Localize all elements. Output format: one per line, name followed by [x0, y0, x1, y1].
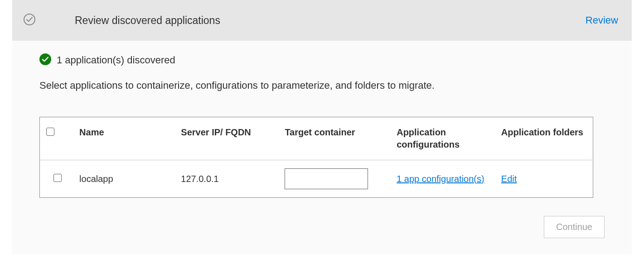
review-panel: Review discovered applications Review 1 …: [12, 0, 632, 254]
status-row: 1 application(s) discovered: [39, 53, 605, 67]
header-name: Name: [75, 117, 176, 160]
row-config-cell: 1 app configuration(s): [392, 160, 497, 198]
header-folders: Application folders: [497, 117, 593, 160]
description-text: Select applications to containerize, con…: [39, 80, 605, 91]
panel-title: Review discovered applications: [75, 14, 586, 27]
row-checkbox-cell: [40, 160, 75, 198]
button-row: Continue: [39, 216, 605, 238]
row-checkbox[interactable]: [53, 174, 62, 182]
table-header-row: Name Server IP/ FQDN Target container Ap…: [40, 117, 593, 160]
header-checkbox-cell: [40, 117, 75, 160]
header-server: Server IP/ FQDN: [176, 117, 280, 160]
row-folders-cell: Edit: [497, 160, 593, 198]
select-all-checkbox[interactable]: [46, 128, 54, 136]
review-link[interactable]: Review: [586, 14, 618, 26]
status-text: 1 application(s) discovered: [57, 54, 175, 66]
table-row: localapp 127.0.0.1 1 app configuration(s…: [40, 160, 593, 198]
continue-button[interactable]: Continue: [544, 216, 605, 238]
applications-table: Name Server IP/ FQDN Target container Ap…: [39, 117, 593, 198]
step-complete-icon: [23, 13, 36, 28]
success-icon: [39, 53, 51, 67]
svg-point-1: [39, 53, 51, 65]
edit-folders-link[interactable]: Edit: [501, 172, 517, 186]
panel-header: Review discovered applications Review: [12, 0, 632, 41]
svg-point-0: [24, 14, 35, 25]
target-container-input[interactable]: [285, 168, 368, 189]
row-name: localapp: [75, 160, 176, 198]
app-configurations-link[interactable]: 1 app configuration(s): [397, 172, 484, 186]
row-server: 127.0.0.1: [176, 160, 280, 198]
header-config: Application configurations: [392, 117, 497, 160]
panel-content: 1 application(s) discovered Select appli…: [12, 41, 632, 254]
row-target-cell: [280, 160, 392, 198]
header-target: Target container: [280, 117, 392, 160]
